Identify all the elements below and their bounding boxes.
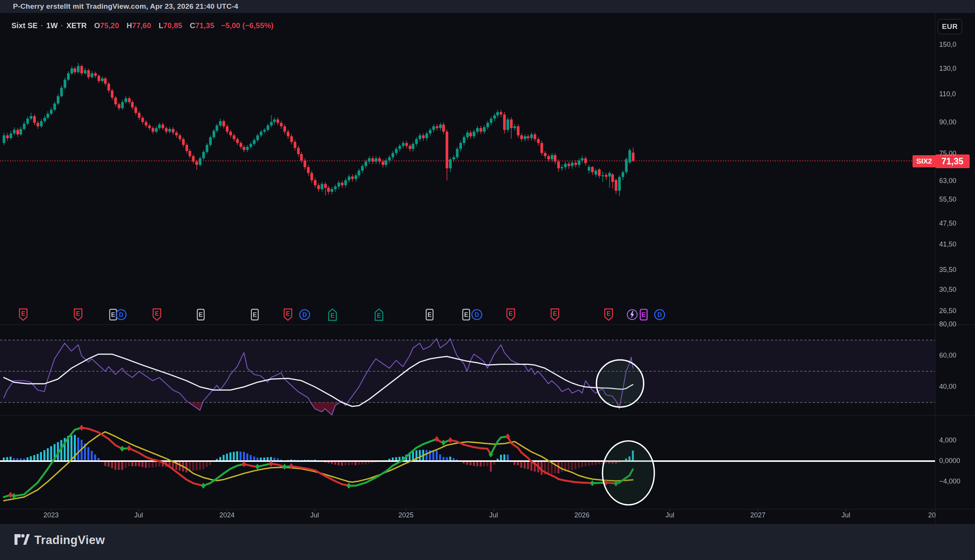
- svg-text:E: E: [607, 310, 611, 317]
- close-label: C: [190, 21, 195, 30]
- svg-text:E: E: [377, 312, 381, 319]
- svg-text:D: D: [303, 312, 307, 318]
- e-red-event-badge-icon[interactable]: E: [18, 308, 29, 323]
- legend-separator: ·: [41, 21, 43, 30]
- svg-text:E: E: [428, 312, 432, 318]
- svg-text:E: E: [111, 312, 115, 318]
- macd-tick-label: 0,0000: [939, 457, 973, 465]
- high-value: 77,60: [132, 21, 151, 30]
- e-gray-event-badge-icon[interactable]: E: [249, 308, 261, 323]
- price-tick-label: 130,0: [939, 65, 973, 73]
- time-tick-label: 2023: [43, 511, 59, 519]
- macd-tick-label: 4,000: [939, 437, 973, 444]
- low-value: 70,85: [163, 21, 182, 30]
- open-label: O: [94, 21, 100, 30]
- high-label: H: [126, 21, 132, 30]
- close-value: 71,35: [196, 21, 214, 30]
- e-red-event-badge-icon[interactable]: E: [505, 308, 517, 323]
- e-gray-event-badge-icon[interactable]: E: [460, 308, 472, 323]
- time-tick-label: Jul: [666, 511, 674, 519]
- svg-text:D: D: [657, 312, 662, 318]
- rsi-tick-label: 80,00: [939, 320, 973, 328]
- e-green-event-badge-icon[interactable]: E: [373, 308, 385, 323]
- svg-text:E: E: [286, 310, 290, 317]
- time-tick-label: 2027: [750, 511, 766, 519]
- e-green-event-badge-icon[interactable]: E: [327, 308, 338, 323]
- rsi-tick-label: 60,00: [939, 352, 973, 360]
- d-blue-event-badge-icon[interactable]: D: [299, 308, 310, 323]
- e-red-event-badge-icon[interactable]: E: [282, 308, 294, 323]
- legend-separator: ·: [61, 21, 64, 30]
- timeframe[interactable]: 1W: [47, 21, 58, 30]
- attribution-text: P-Cherry erstellt mit TradingView.com, A…: [13, 2, 238, 11]
- price-tick-label: 110,0: [939, 90, 973, 98]
- e-gray-event-badge-icon[interactable]: E: [195, 308, 206, 323]
- e-magenta-event-badge-icon[interactable]: E: [638, 308, 649, 323]
- low-label: L: [159, 21, 163, 30]
- svg-text:D: D: [475, 312, 479, 318]
- bolt-purple-event-badge-icon[interactable]: [627, 308, 638, 323]
- price-tick-label: 26,50: [939, 307, 973, 315]
- price-tick-label: 150,0: [939, 41, 973, 49]
- currency-button[interactable]: EUR: [938, 19, 962, 34]
- time-tick-label: 20: [928, 511, 936, 519]
- e-red-event-badge-icon[interactable]: E: [151, 308, 162, 323]
- event-badges-row: EEEDEEEEDEEEEDEEEED: [0, 308, 935, 322]
- change-value: −5,00 (−6,55%): [221, 21, 273, 30]
- attribution-bar: P-Cherry erstellt mit TradingView.com, A…: [0, 0, 975, 13]
- d-blue-event-badge-icon[interactable]: D: [471, 308, 483, 323]
- chart-canvas[interactable]: [0, 0, 975, 560]
- e-red-event-badge-icon[interactable]: E: [549, 308, 560, 323]
- price-tick-label: 47,50: [939, 220, 973, 228]
- rsi-tick-label: 40,00: [939, 383, 973, 391]
- price-tick-label: 35,50: [939, 266, 973, 274]
- price-tick-label: 30,50: [939, 286, 973, 294]
- symbol-legend: Sixt SE·1W·XETR O75,20 H77,60 L70,85 C71…: [12, 21, 273, 30]
- tradingview-logo-icon[interactable]: [14, 533, 30, 547]
- svg-text:E: E: [155, 310, 159, 317]
- open-value: 75,20: [100, 21, 119, 30]
- svg-text:E: E: [509, 310, 513, 317]
- time-tick-label: 2026: [574, 511, 590, 519]
- d-blue-event-badge-icon[interactable]: D: [654, 308, 666, 323]
- svg-text:E: E: [76, 310, 80, 317]
- price-tick-label: 55,50: [939, 195, 973, 203]
- svg-text:E: E: [21, 310, 25, 317]
- price-tick-label: 75,00: [939, 150, 973, 158]
- time-tick-label: Jul: [489, 511, 498, 519]
- exchange: XETR: [66, 21, 87, 30]
- e-red-event-badge-icon[interactable]: E: [72, 308, 84, 323]
- svg-text:E: E: [553, 310, 557, 317]
- svg-text:E: E: [199, 312, 203, 318]
- svg-text:E: E: [464, 312, 468, 318]
- d-blue-event-badge-icon[interactable]: D: [115, 308, 127, 323]
- svg-text:E: E: [331, 312, 335, 319]
- footer-bar: TradingView: [0, 524, 975, 560]
- time-tick-label: 2025: [398, 511, 414, 519]
- time-tick-label: Jul: [310, 511, 319, 519]
- svg-text:E: E: [253, 312, 257, 318]
- symbol-name[interactable]: Sixt SE: [12, 21, 38, 30]
- svg-text:E: E: [642, 312, 646, 318]
- tradingview-chart-page: P-Cherry erstellt mit TradingView.com, A…: [0, 0, 975, 560]
- time-tick-label: Jul: [841, 511, 850, 519]
- e-red-event-badge-icon[interactable]: E: [603, 308, 614, 323]
- time-tick-label: 2024: [219, 511, 235, 519]
- price-tick-label: 41,50: [939, 240, 973, 248]
- e-gray-event-badge-icon[interactable]: E: [424, 308, 435, 323]
- time-tick-label: Jul: [134, 511, 143, 519]
- price-tick-label: 90,00: [939, 118, 973, 126]
- last-price-ticker-label: SIX2: [913, 155, 936, 167]
- price-tick-label: 63,00: [939, 177, 973, 185]
- macd-tick-label: −4,000: [939, 477, 973, 485]
- tradingview-brand-text[interactable]: TradingView: [34, 533, 105, 547]
- svg-text:D: D: [119, 312, 124, 318]
